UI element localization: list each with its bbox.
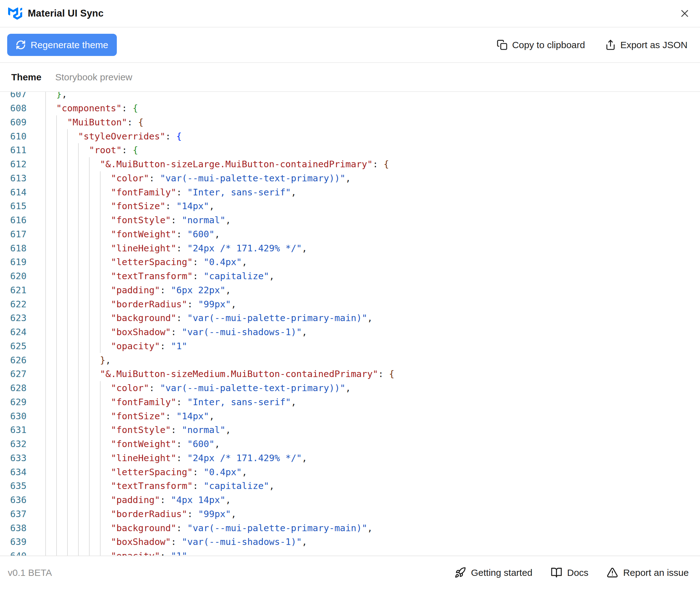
code-line-613: 613"color": "var(--mui-palette-text-prim… — [0, 171, 700, 185]
line-number: 616 — [0, 215, 27, 225]
line-number: 624 — [0, 327, 27, 337]
code-line-614: 614"fontFamily": "Inter, sans-serif", — [0, 185, 700, 199]
line-number: 620 — [0, 271, 27, 281]
code-line-623: 623"background": "var(--mui-palette-prim… — [0, 311, 700, 325]
line-number: 611 — [0, 145, 27, 155]
code-text: "background": "var(--mui-palette-primary… — [45, 523, 373, 533]
code-text: "&.MuiButton-sizeMedium.MuiButton-contai… — [45, 369, 394, 379]
tab-storybook-preview[interactable]: Storybook preview — [55, 72, 132, 82]
code-line-634: 634"letterSpacing": "0.4px", — [0, 465, 700, 479]
code-text: "padding": "4px 14px", — [45, 495, 231, 505]
regenerate-theme-label: Regenerate theme — [31, 40, 108, 50]
line-number: 634 — [0, 467, 27, 477]
code-line-618: 618"lineHeight": "24px /* 171.429% */", — [0, 241, 700, 255]
footer: v0.1 BETA Getting started Docs — [0, 556, 700, 589]
line-number: 626 — [0, 355, 27, 366]
code-text: }, — [45, 355, 111, 366]
code-text: "fontFamily": "Inter, sans-serif", — [45, 397, 296, 407]
export-as-json-label: Export as JSON — [620, 40, 688, 50]
brand: Material UI Sync — [8, 7, 104, 20]
code-line-636: 636"padding": "4px 14px", — [0, 493, 700, 507]
code-text: "textTransform": "capitalize", — [45, 480, 275, 491]
code-text: "fontStyle": "normal", — [45, 425, 231, 435]
line-number: 632 — [0, 439, 27, 449]
line-number: 610 — [0, 131, 27, 142]
code-text: "borderRadius": "99px", — [45, 509, 237, 519]
line-number: 638 — [0, 523, 27, 533]
line-number: 627 — [0, 369, 27, 379]
app-title: Material UI Sync — [28, 8, 104, 19]
line-number: 618 — [0, 243, 27, 253]
code-text: "color": "var(--mui-palette-text-primary… — [45, 173, 351, 184]
code-line-637: 637"borderRadius": "99px", — [0, 507, 700, 521]
getting-started-link[interactable]: Getting started — [454, 567, 533, 578]
tab-bar: Theme Storybook preview — [0, 63, 700, 92]
export-as-json-button[interactable]: Export as JSON — [605, 39, 688, 50]
line-number: 625 — [0, 341, 27, 351]
code-line-629: 629"fontFamily": "Inter, sans-serif", — [0, 395, 700, 409]
code-text: "borderRadius": "99px", — [45, 299, 237, 310]
code-line-625: 625"opacity": "1" — [0, 339, 700, 353]
toolbar-right: Copy to clipboard Export as JSON — [497, 39, 688, 50]
code-text: "opacity": "1" — [45, 341, 187, 351]
code-text: "opacity": "1" — [45, 551, 187, 556]
line-number: 631 — [0, 425, 27, 435]
code-line-619: 619"letterSpacing": "0.4px", — [0, 255, 700, 269]
line-number: 622 — [0, 299, 27, 310]
code-line-626: 626}, — [0, 353, 700, 367]
code-line-612: 612"&.MuiButton-sizeLarge.MuiButton-cont… — [0, 157, 700, 171]
code-line-607: 607}, — [0, 92, 700, 101]
copy-to-clipboard-label: Copy to clipboard — [512, 40, 585, 50]
code-text: "fontSize": "14px", — [45, 201, 215, 211]
line-number: 615 — [0, 201, 27, 211]
code-text: "background": "var(--mui-palette-primary… — [45, 313, 373, 323]
code-line-611: 611"root": { — [0, 143, 700, 157]
line-number: 612 — [0, 159, 27, 169]
report-an-issue-link[interactable]: Report an issue — [607, 567, 689, 578]
line-number: 633 — [0, 453, 27, 463]
code-text: "&.MuiButton-sizeLarge.MuiButton-contain… — [45, 159, 389, 169]
code-text: "boxShadow": "var(--mui-shadows-1)", — [45, 327, 307, 337]
code-line-624: 624"boxShadow": "var(--mui-shadows-1)", — [0, 325, 700, 339]
code-text: "fontWeight": "600", — [45, 439, 220, 449]
copy-icon — [497, 39, 507, 50]
code-text: "letterSpacing": "0.4px", — [45, 467, 247, 477]
code-editor[interactable]: 607},608"components": {609"MuiButton": {… — [0, 92, 700, 556]
tab-theme[interactable]: Theme — [11, 72, 42, 82]
code-line-615: 615"fontSize": "14px", — [0, 199, 700, 213]
rocket-icon — [454, 567, 466, 578]
line-number: 607 — [0, 92, 27, 100]
line-number: 636 — [0, 495, 27, 505]
docs-label: Docs — [567, 567, 589, 578]
code-line-635: 635"textTransform": "capitalize", — [0, 479, 700, 493]
line-number: 608 — [0, 103, 27, 114]
code-line-621: 621"padding": "6px 22px", — [0, 283, 700, 297]
code-text: "letterSpacing": "0.4px", — [45, 257, 247, 267]
code-line-627: 627"&.MuiButton-sizeMedium.MuiButton-con… — [0, 367, 700, 381]
code-text: "root": { — [45, 145, 138, 155]
line-number: 613 — [0, 173, 27, 184]
line-number: 630 — [0, 411, 27, 421]
code-text: "lineHeight": "24px /* 171.429% */", — [45, 453, 307, 463]
regenerate-theme-button[interactable]: Regenerate theme — [7, 34, 117, 56]
line-number: 621 — [0, 285, 27, 296]
warning-triangle-icon — [607, 567, 618, 578]
code-line-616: 616"fontStyle": "normal", — [0, 213, 700, 227]
code-line-633: 633"lineHeight": "24px /* 171.429% */", — [0, 451, 700, 465]
line-number: 623 — [0, 313, 27, 323]
line-number: 635 — [0, 480, 27, 491]
code-line-630: 630"fontSize": "14px", — [0, 409, 700, 423]
code-line-617: 617"fontWeight": "600", — [0, 227, 700, 241]
code-line-638: 638"background": "var(--mui-palette-prim… — [0, 521, 700, 535]
code-line-620: 620"textTransform": "capitalize", — [0, 269, 700, 283]
docs-link[interactable]: Docs — [551, 567, 589, 578]
copy-to-clipboard-button[interactable]: Copy to clipboard — [497, 39, 585, 50]
code-text: "MuiButton": { — [45, 117, 143, 128]
code-line-632: 632"fontWeight": "600", — [0, 437, 700, 451]
code-text: }, — [45, 92, 67, 100]
code-text: "fontFamily": "Inter, sans-serif", — [45, 187, 296, 198]
line-number: 640 — [0, 551, 27, 556]
close-button[interactable] — [677, 6, 693, 21]
code-line-608: 608"components": { — [0, 101, 700, 115]
code-text: "fontSize": "14px", — [45, 411, 215, 421]
